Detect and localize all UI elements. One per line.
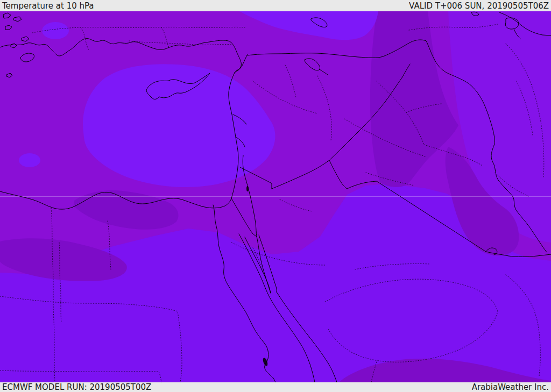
map-area — [0, 11, 551, 382]
header-bar: Temperature at 10 hPa VALID T+006 SUN, 2… — [0, 0, 551, 11]
fill-west-anatolia-blob — [42, 22, 69, 39]
valid-time-label: VALID T+006 SUN, 20190505T06Z — [409, 1, 549, 11]
weather-map-page: Temperature at 10 hPa VALID T+006 SUN, 2… — [0, 0, 551, 392]
temperature-map — [0, 11, 551, 382]
map-title: Temperature at 10 hPa — [2, 1, 94, 11]
credit-label: ArabiaWeather Inc. — [472, 382, 549, 392]
footer-bar: ECMWF MODEL RUN: 20190505T00Z ArabiaWeat… — [0, 382, 551, 392]
dead-sea — [246, 186, 249, 191]
model-run-label: ECMWF MODEL RUN: 20190505T00Z — [2, 382, 151, 392]
fill-left-edge-blob — [19, 153, 40, 167]
